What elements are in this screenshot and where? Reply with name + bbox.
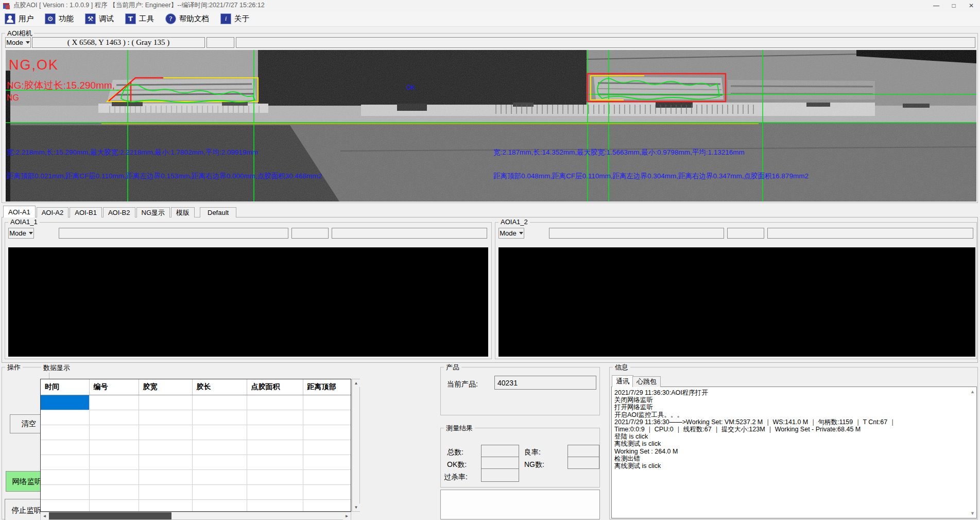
tab-aoi-a2[interactable]: AOI-A2 bbox=[37, 207, 69, 217]
table-cell[interactable] bbox=[41, 395, 89, 410]
table-cell[interactable] bbox=[139, 440, 192, 455]
table-cell[interactable] bbox=[192, 455, 247, 469]
table-cell[interactable] bbox=[139, 499, 192, 512]
table-cell[interactable] bbox=[303, 410, 351, 425]
table-cell[interactable] bbox=[41, 410, 89, 425]
toolbar-item-tools[interactable]: T 工具 bbox=[125, 13, 154, 24]
table-row[interactable] bbox=[41, 425, 351, 440]
table-cell[interactable] bbox=[89, 499, 139, 512]
table-cell[interactable] bbox=[303, 455, 351, 469]
col-glue-area[interactable]: 点胶面积 bbox=[247, 379, 303, 395]
table-cell[interactable] bbox=[192, 410, 247, 425]
table-cell[interactable] bbox=[192, 499, 247, 512]
camera-coords-field[interactable]: ( X 6568, Y 1463 ) : ( Gray 135 ) bbox=[32, 37, 205, 48]
table-cell[interactable] bbox=[192, 484, 247, 499]
table-cell[interactable] bbox=[247, 484, 303, 499]
table-cell[interactable] bbox=[139, 395, 192, 410]
camera-image-view[interactable]: NG,OK NG:胶体过长:15.290mm, NG OK 宽:2.218mm,… bbox=[6, 50, 976, 202]
table-cell[interactable] bbox=[247, 425, 303, 440]
table-cell[interactable] bbox=[303, 440, 351, 455]
hscroll-thumb[interactable] bbox=[49, 512, 171, 519]
table-row[interactable] bbox=[41, 395, 351, 410]
ok-count-field[interactable] bbox=[481, 457, 519, 469]
table-cell[interactable] bbox=[139, 469, 192, 484]
toolbar-item-function[interactable]: ⚙ 功能 bbox=[45, 13, 74, 24]
maximize-button[interactable]: □ bbox=[945, 0, 962, 11]
table-row[interactable] bbox=[41, 410, 351, 425]
table-row[interactable] bbox=[41, 455, 351, 469]
table-cell[interactable] bbox=[41, 499, 89, 512]
toolbar-item-debug[interactable]: ⚒ 调试 bbox=[85, 13, 114, 24]
toolbar-item-help[interactable]: ? 帮助文档 bbox=[165, 13, 209, 24]
tab-aoi-b1[interactable]: AOI-B1 bbox=[70, 207, 102, 217]
table-cell[interactable] bbox=[89, 455, 139, 469]
table-cell[interactable] bbox=[89, 425, 139, 440]
table-cell[interactable] bbox=[303, 425, 351, 440]
camera-field-long[interactable] bbox=[236, 37, 975, 48]
table-cell[interactable] bbox=[139, 455, 192, 469]
aoia1-1-mode-dropdown[interactable]: Mode bbox=[8, 228, 34, 239]
col-glue-width[interactable]: 胶宽 bbox=[139, 379, 192, 395]
table-cell[interactable] bbox=[303, 484, 351, 499]
table-cell[interactable] bbox=[89, 440, 139, 455]
table-cell[interactable] bbox=[89, 395, 139, 410]
tab-aoi-a1[interactable]: AOI-A1 bbox=[3, 206, 36, 217]
aoia1-1-field-2[interactable] bbox=[291, 228, 329, 239]
aoia1-1-field-3[interactable] bbox=[332, 228, 487, 239]
table-row[interactable] bbox=[41, 499, 351, 512]
tab-heartbeat[interactable]: 心跳包 bbox=[632, 376, 661, 387]
col-dist-top[interactable]: 距离顶部 bbox=[303, 379, 351, 395]
aoia1-2-image-view[interactable] bbox=[498, 247, 975, 357]
tab-aoi-b2[interactable]: AOI-B2 bbox=[103, 207, 135, 217]
table-cell[interactable] bbox=[247, 455, 303, 469]
table-hscrollbar[interactable]: ◄ ► bbox=[40, 512, 351, 520]
table-cell[interactable] bbox=[247, 469, 303, 484]
aoia1-2-field-2[interactable] bbox=[727, 228, 764, 239]
current-product-field[interactable]: 40231 bbox=[494, 376, 596, 390]
table-cell[interactable] bbox=[192, 469, 247, 484]
log-scroll-down-icon[interactable]: ▼ bbox=[970, 511, 975, 516]
table-cell[interactable] bbox=[247, 499, 303, 512]
camera-mode-dropdown[interactable]: Mode bbox=[5, 37, 31, 48]
table-row[interactable] bbox=[41, 469, 351, 484]
toolbar-item-user[interactable]: 用户 bbox=[5, 13, 33, 24]
table-cell[interactable] bbox=[41, 484, 89, 499]
table-cell[interactable] bbox=[89, 410, 139, 425]
table-cell[interactable] bbox=[192, 440, 247, 455]
table-cell[interactable] bbox=[41, 455, 89, 469]
log-area[interactable]: 2021/7/29 11:36:30:AOI程序打开关闭网络监听打开网络监听开启… bbox=[611, 387, 977, 518]
tab-default[interactable]: Default bbox=[200, 207, 236, 217]
close-button[interactable]: ✕ bbox=[962, 0, 980, 11]
table-cell[interactable] bbox=[139, 484, 192, 499]
tab-comm[interactable]: 通讯 bbox=[612, 375, 633, 387]
ng-count-field[interactable] bbox=[568, 457, 599, 469]
table-cell[interactable] bbox=[89, 484, 139, 499]
scroll-up-icon[interactable]: ▲ bbox=[352, 379, 360, 387]
col-time[interactable]: 时间 bbox=[41, 379, 89, 395]
table-cell[interactable] bbox=[41, 469, 89, 484]
table-cell[interactable] bbox=[303, 469, 351, 484]
aoia1-1-image-view[interactable] bbox=[8, 247, 488, 357]
table-row[interactable] bbox=[41, 440, 351, 455]
aoia1-2-field-1[interactable] bbox=[549, 228, 724, 239]
yield-field[interactable] bbox=[568, 445, 599, 457]
tab-template[interactable]: 模版 bbox=[171, 207, 195, 217]
aoia1-2-field-3[interactable] bbox=[767, 228, 973, 239]
scroll-left-icon[interactable]: ◄ bbox=[41, 512, 48, 520]
tab-ng-display[interactable]: NG显示 bbox=[136, 207, 170, 217]
scroll-down-icon[interactable]: ▼ bbox=[352, 504, 360, 511]
table-cell[interactable] bbox=[247, 440, 303, 455]
table-cell[interactable] bbox=[247, 395, 303, 410]
aoia1-1-field-1[interactable] bbox=[59, 228, 288, 239]
table-cell[interactable] bbox=[192, 395, 247, 410]
table-cell[interactable] bbox=[41, 440, 89, 455]
table-cell[interactable] bbox=[89, 469, 139, 484]
total-field[interactable] bbox=[481, 445, 519, 457]
table-cell[interactable] bbox=[303, 395, 351, 410]
table-cell[interactable] bbox=[247, 410, 303, 425]
table-vscrollbar[interactable]: ▲ ▼ bbox=[352, 379, 360, 512]
table-cell[interactable] bbox=[139, 425, 192, 440]
overkill-field[interactable] bbox=[481, 468, 519, 482]
table-row[interactable] bbox=[41, 484, 351, 499]
col-glue-length[interactable]: 胶长 bbox=[192, 379, 247, 395]
